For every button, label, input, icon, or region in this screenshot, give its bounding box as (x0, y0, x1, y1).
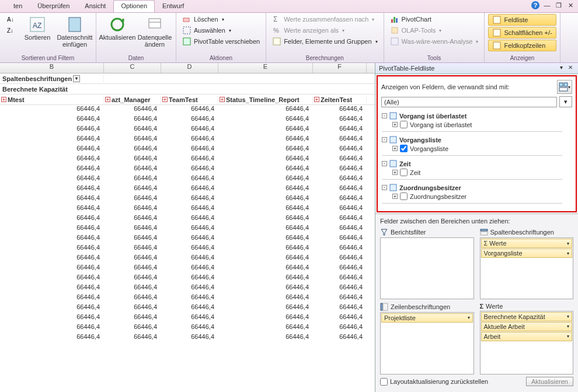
table-row[interactable]: 66446,466446,466446,466446,466446,4 (0, 284, 375, 293)
col-head-F[interactable]: F (313, 63, 367, 73)
clear-button[interactable]: Löschen▾ (180, 14, 262, 24)
table-row[interactable]: 66446,466446,466446,466446,466446,4 (0, 254, 375, 264)
showvalues-button[interactable]: %Werte anzeigen als▾ (270, 25, 379, 36)
area-report-filter: Berichtsfilter (380, 228, 474, 299)
area-item[interactable]: Projektliste▾ (381, 313, 473, 323)
fieldheads-toggle[interactable]: Feldkopfzeilen (488, 40, 556, 51)
table-row[interactable]: 66446,466446,466446,466446,466446,4 (0, 333, 375, 343)
area-item[interactable]: Σ Werte▾ (481, 239, 573, 248)
table-row[interactable]: 66446,466446,466446,466446,466446,4 (0, 293, 375, 303)
move-button[interactable]: PivotTable verschieben (180, 36, 262, 47)
group-calc: ΣWerte zusammenfassen nach▾ %Werte anzei… (266, 13, 384, 62)
table-row[interactable]: 66446,466446,466446,466446,466446,4 (0, 194, 375, 204)
table-row[interactable]: 66446,466446,466446,466446,466446,4 (0, 155, 375, 164)
tab-options[interactable]: Optionen (113, 0, 155, 12)
table-row[interactable]: 66446,466446,466446,466446,466446,4 (0, 125, 375, 135)
tree-field[interactable]: +Zeit (392, 168, 562, 177)
pivot-field-Mtest[interactable]: +Mtest (0, 96, 104, 103)
table-row[interactable]: 66446,466446,466446,466446,466446,4 (0, 224, 375, 234)
area-values: ΣWerte Berechnete Kapazität▾Aktuelle Arb… (480, 303, 574, 375)
table-row[interactable]: 66446,466446,466446,466446,466446,4 (0, 184, 375, 194)
field-filter-dropdown[interactable]: (Alle) (381, 97, 557, 107)
fieldlist-toggle[interactable]: Feldliste (488, 14, 556, 26)
header-icon (492, 41, 502, 50)
table-row[interactable]: 66446,466446,466446,466446,466446,4 (0, 164, 375, 174)
pivot-field-Status_Timeline_Report[interactable]: +Status_Timeline_Report (218, 96, 313, 103)
tab-review[interactable]: Überprüfen (30, 0, 77, 12)
olap-button[interactable]: OLAP-Tools▾ (388, 25, 481, 36)
field-filter-arrow[interactable]: ▾ (559, 96, 572, 107)
panel-dropdown-icon[interactable]: ▾ (557, 64, 565, 72)
table-row[interactable]: 66446,466446,466446,466446,466446,4 (0, 323, 375, 333)
table-row[interactable]: 66446,466446,466446,466446,466446,4 (0, 214, 375, 224)
tree-field[interactable]: +Zuordnungsbesitzer (392, 192, 562, 201)
area-item[interactable]: Aktuelle Arbeit▾ (481, 322, 573, 331)
select-button[interactable]: Auswählen▾ (180, 25, 262, 36)
slicer-button[interactable]: Datenschnitt einfügen (57, 14, 92, 49)
pivot-field-TeamTest[interactable]: +TeamTest (161, 96, 218, 103)
pivot-field-ZeitenTest[interactable]: +ZeitenTest (313, 96, 367, 103)
table-row[interactable]: 66446,466446,466446,466446,466446,4 (0, 264, 375, 274)
pivotchart-button[interactable]: PivotChart (388, 14, 481, 24)
sigma-icon: Σ (272, 15, 281, 24)
column-labels-list[interactable]: Σ Werte▾Vorgangsliste▾ (480, 237, 574, 299)
table-row[interactable]: 66446,466446,466446,466446,466446,4 (0, 145, 375, 155)
layout-options-button[interactable]: ▾ (557, 80, 572, 94)
tree-field[interactable]: +Vorgangsliste (392, 144, 562, 153)
pivot-field-azt_Manager[interactable]: +azt_Manager (104, 96, 161, 103)
group-show: Feldliste Schaltflächen +/- Feldkopfzeil… (485, 13, 560, 62)
tab-1[interactable]: ten (6, 0, 30, 12)
sort-asc-button[interactable]: A↓ (4, 14, 18, 24)
buttons-toggle[interactable]: Schaltflächen +/- (488, 27, 556, 38)
panel-close-icon[interactable]: ✕ (566, 64, 574, 72)
group-label-calc: Berechnungen (270, 54, 379, 62)
close-icon[interactable]: ✕ (565, 0, 576, 10)
changesrc-label: Datenquelle ändern (138, 34, 172, 48)
col-head-B[interactable]: B (0, 63, 104, 73)
column-labels-filter[interactable]: ▾ (73, 75, 80, 82)
report-filter-list[interactable] (380, 237, 474, 299)
tree-group[interactable]: -Zeit (382, 159, 562, 168)
whatif-button[interactable]: Was-wäre-wenn-Analyse▾ (388, 36, 481, 47)
row-labels-list[interactable]: Projektliste▾ (380, 312, 474, 375)
table-row[interactable]: 66446,466446,466446,466446,466446,4 (0, 105, 375, 115)
update-button[interactable]: Aktualisieren (526, 377, 573, 386)
svg-rect-26 (559, 88, 567, 91)
summarize-button[interactable]: ΣWerte zusammenfassen nach▾ (270, 14, 379, 24)
tree-group[interactable]: -Vorgangsliste (382, 135, 562, 144)
area-item[interactable]: Berechnete Kapazität▾ (481, 312, 573, 321)
pivot-column-labels-header[interactable]: Spaltenbeschriftungen▾ (0, 75, 104, 82)
sort-desc-button[interactable]: Z↓ (4, 25, 18, 36)
area-item[interactable]: Vorgangsliste▾ (481, 249, 573, 258)
showfields-label: Anzeigen von Feldern, die verwandt sind … (381, 83, 555, 90)
table-row[interactable]: 66446,466446,466446,466446,466446,4 (0, 274, 375, 284)
tab-design[interactable]: Entwurf (155, 0, 191, 12)
sheet-body[interactable]: Spaltenbeschriftungen▾Berechnete Kapazit… (0, 74, 375, 343)
restore-icon[interactable]: ❐ (553, 0, 564, 10)
fields-button[interactable]: Felder, Elemente und Gruppen▾ (270, 36, 379, 47)
defer-layout-checkbox[interactable]: Layoutaktualisierung zurückstellen (380, 378, 488, 386)
sort-button[interactable]: AZ Sortieren (20, 14, 55, 42)
tree-group[interactable]: -Zuordnungsbesitzer (382, 183, 562, 192)
minimize-icon[interactable]: — (542, 0, 552, 10)
col-head-C[interactable]: C (104, 63, 161, 73)
table-row[interactable]: 66446,466446,466446,466446,466446,4 (0, 115, 375, 125)
area-item[interactable]: Arbeit▾ (481, 332, 573, 341)
values-list[interactable]: Berechnete Kapazität▾Aktuelle Arbeit▾Arb… (480, 311, 574, 375)
col-head-E[interactable]: E (218, 63, 313, 73)
table-row[interactable]: 66446,466446,466446,466446,466446,4 (0, 174, 375, 184)
table-row[interactable]: 66446,466446,466446,466446,466446,4 (0, 135, 375, 145)
change-source-button[interactable]: Datenquelle ändern (137, 14, 172, 49)
table-row[interactable]: 66446,466446,466446,466446,466446,4 (0, 234, 375, 244)
col-head-D[interactable]: D (161, 63, 218, 73)
table-row[interactable]: 66446,466446,466446,466446,466446,4 (0, 303, 375, 313)
refresh-button[interactable]: Aktualisieren (100, 14, 135, 42)
table-row[interactable]: 66446,466446,466446,466446,466446,4 (0, 313, 375, 323)
table-row[interactable]: 66446,466446,466446,466446,466446,4 (0, 244, 375, 254)
help-icon[interactable]: ? (530, 0, 541, 10)
tab-view[interactable]: Ansicht (77, 0, 113, 12)
tree-field[interactable]: +Vorgang ist überlastet (392, 120, 562, 129)
svg-rect-21 (493, 16, 500, 23)
tree-group[interactable]: -Vorgang ist überlastet (382, 111, 562, 120)
table-row[interactable]: 66446,466446,466446,466446,466446,4 (0, 204, 375, 214)
